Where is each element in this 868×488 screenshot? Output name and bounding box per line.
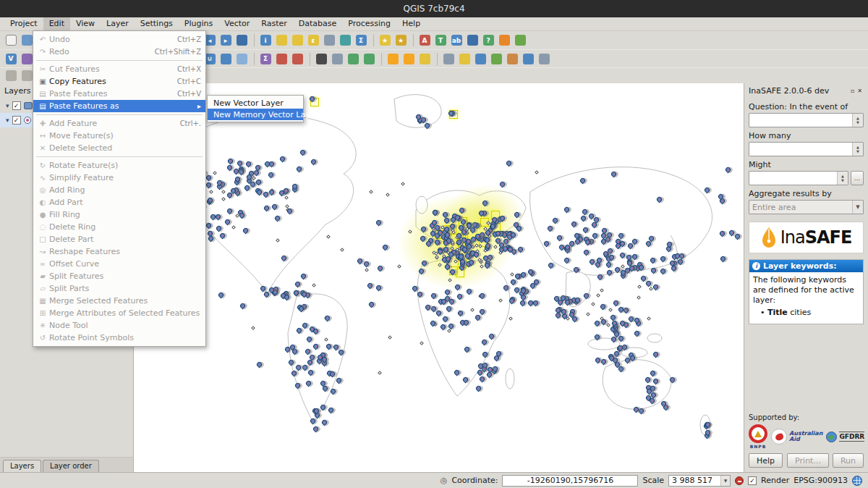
plugin-2-icon[interactable] [473, 51, 488, 66]
menu-item-add-part[interactable]: ◐Add Part [33, 196, 205, 209]
menu-item-add-feature[interactable]: ✚Add FeatureCtrl+. [33, 117, 205, 130]
menu-item-merge-selected-features[interactable]: ▦Merge Selected Features [33, 295, 205, 307]
plugin-green-icon[interactable] [513, 33, 527, 48]
stop-render-icon[interactable] [735, 476, 744, 485]
menu-settings[interactable]: Settings [135, 17, 179, 30]
tracking-icon[interactable]: ◎ [441, 476, 448, 485]
inasafe-options-icon[interactable] [417, 51, 432, 66]
menu-item-move-feature-s-[interactable]: ↔Move Feature(s) [33, 130, 205, 142]
menu-item-offset-curve[interactable]: ≈Offset Curve [33, 258, 205, 270]
menu-item-paste-features[interactable]: ▤Paste FeaturesCtrl+V [33, 88, 205, 100]
menu-project[interactable]: Project [4, 17, 43, 30]
tab-layers[interactable]: Layers [3, 460, 41, 472]
menu-item-delete-ring[interactable]: ◌Delete Ring [33, 221, 205, 233]
exposure-combobox[interactable]: ▲▼ [749, 142, 864, 156]
spinner-icon[interactable]: ▲▼ [852, 114, 863, 127]
menu-item-add-ring[interactable]: ◎Add Ring [33, 184, 205, 196]
menu-item-undo[interactable]: ↶UndoCtrl+Z [33, 33, 205, 46]
simplify-geometries-icon[interactable] [234, 51, 249, 66]
menu-raster[interactable]: Raster [255, 17, 292, 30]
current-edits-icon[interactable] [4, 69, 18, 83]
geoprocessing-dissolve-icon[interactable] [218, 51, 233, 66]
raster-calculator-icon[interactable]: Σ [258, 51, 273, 66]
plugin-orange-icon[interactable] [497, 33, 511, 48]
menu-vector[interactable]: Vector [218, 17, 255, 30]
identify-features-icon[interactable]: i [258, 33, 273, 48]
menu-item-merge-attributes-of-selected-features[interactable]: ⊞Merge Attributes of Selected Features [33, 307, 205, 319]
labeling-icon[interactable]: ab [449, 33, 464, 48]
menu-item-fill-ring[interactable]: ●Fill Ring [33, 209, 205, 221]
map-canvas[interactable] [134, 83, 744, 472]
show-bookmarks-icon[interactable]: ★ [378, 33, 392, 48]
annotation-icon[interactable]: A [417, 33, 432, 48]
plugin-5-icon[interactable] [521, 51, 535, 66]
menu-help[interactable]: Help [396, 17, 426, 30]
attribute-table-icon[interactable] [322, 33, 336, 48]
menu-database[interactable]: Database [293, 17, 343, 30]
plugin-4-icon[interactable] [505, 51, 519, 66]
menu-item-cut-features[interactable]: ✂Cut FeaturesCtrl+X [33, 63, 205, 75]
menu-plugins[interactable]: Plugins [179, 17, 218, 30]
python-console-icon[interactable] [465, 33, 480, 48]
metasearch-grid-icon[interactable] [330, 51, 344, 66]
field-calculator-icon[interactable]: Σ [354, 33, 368, 48]
refresh-map-icon[interactable] [234, 33, 249, 48]
new-bookmark-icon[interactable]: ★ [393, 33, 408, 48]
menu-item-rotate-feature-s-[interactable]: ↻Rotate Feature(s) [33, 159, 205, 172]
submenu-item-new-vector-layer[interactable]: New Vector Layer [208, 97, 303, 109]
plugin-3-icon[interactable] [489, 51, 503, 66]
run-button[interactable]: Run [833, 453, 864, 468]
projection-globe-icon[interactable] [852, 476, 862, 486]
open-project-icon[interactable] [20, 33, 34, 48]
new-project-icon[interactable] [4, 33, 18, 48]
menu-layer[interactable]: Layer [101, 17, 135, 30]
coordinate-input[interactable] [502, 475, 638, 487]
menu-edit[interactable]: Edit [43, 17, 70, 30]
inasafe-dock-icon[interactable] [386, 51, 400, 66]
inasafe-keywords-icon[interactable] [401, 51, 416, 66]
menu-item-simplify-feature[interactable]: ∿Simplify Feature [33, 172, 205, 184]
menu-item-paste-features-as[interactable]: ▤Paste Features as▸ [33, 100, 205, 112]
hazard-combobox[interactable]: ▲▼ [749, 113, 864, 127]
menu-item-delete-selected[interactable]: ✕Delete Selected [33, 142, 205, 154]
deselect-features-icon[interactable] [290, 33, 305, 48]
menu-item-redo[interactable]: ↷RedoCtrl+Shift+Z [33, 46, 205, 58]
search-icon[interactable] [314, 51, 328, 66]
globe-layer-icon[interactable] [346, 51, 360, 66]
tab-layer-order[interactable]: Layer order [43, 460, 99, 472]
epsg-label[interactable]: EPSG:900913 [793, 476, 848, 485]
help-contents-icon[interactable]: ? [481, 33, 495, 48]
plugin-6-icon[interactable] [537, 51, 551, 66]
layer-checkbox[interactable]: ✓ [12, 116, 21, 125]
globe-settings-icon[interactable] [362, 51, 376, 66]
function-options-button[interactable]: ... [851, 171, 864, 185]
help-button[interactable]: Help [749, 453, 783, 468]
aggregate-combobox[interactable]: Entire area ▼ [749, 200, 864, 214]
zoom-next-icon[interactable]: ▸ [218, 33, 233, 48]
add-raster-layer-icon[interactable] [20, 51, 34, 66]
menu-item-split-parts[interactable]: ▱Split Parts [33, 282, 205, 295]
menu-item-split-features[interactable]: ▰Split Features [33, 270, 205, 282]
measure-icon[interactable] [338, 33, 352, 48]
function-combobox[interactable]: ▲▼ [749, 171, 848, 185]
menu-processing[interactable]: Processing [342, 17, 396, 30]
print-button[interactable]: Print... [787, 453, 829, 468]
toggle-editing-icon[interactable] [20, 69, 34, 83]
scale-combobox[interactable]: 3 988 517 ▼ [668, 475, 731, 487]
dock-close-icon[interactable]: ✕ [856, 88, 864, 94]
add-vector-layer-icon[interactable]: V [4, 51, 18, 66]
georeferencer-icon[interactable] [274, 51, 289, 66]
menu-item-node-tool[interactable]: ✳Node Tool [33, 319, 205, 332]
dock-float-icon[interactable]: ▫ [849, 88, 856, 94]
layer-checkbox[interactable]: ✓ [12, 101, 21, 110]
menu-item-reshape-features[interactable]: ↝Reshape Features [33, 245, 205, 258]
spinner-icon[interactable]: ▲▼ [837, 172, 848, 185]
submenu-item-new-memory-vector-layer[interactable]: New Memory Vector Layer [208, 109, 303, 120]
plugin-1-icon[interactable] [457, 51, 472, 66]
expander-icon[interactable]: ▾ [6, 117, 9, 124]
render-checkbox[interactable]: ✓ [748, 476, 757, 485]
expander-icon[interactable]: ▾ [6, 102, 9, 109]
menu-view[interactable]: View [70, 17, 101, 30]
menu-item-rotate-point-symbols[interactable]: ↺Rotate Point Symbols [33, 332, 205, 344]
spinner-icon[interactable]: ▲▼ [852, 143, 863, 156]
